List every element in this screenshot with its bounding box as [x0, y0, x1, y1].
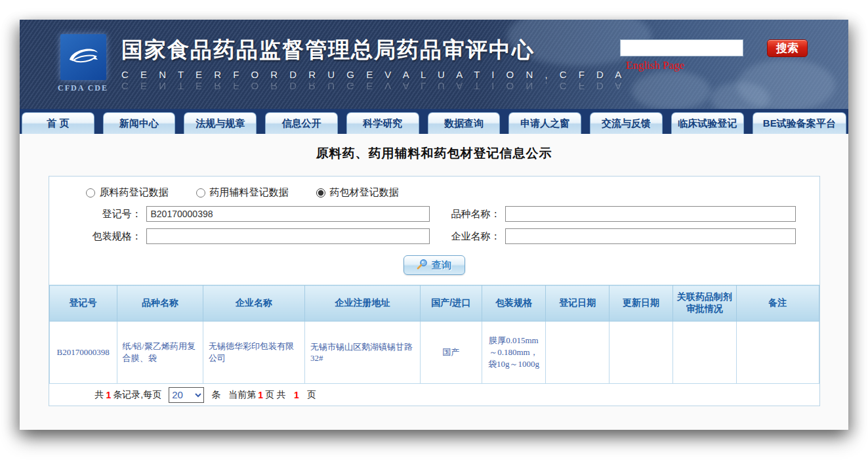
- pagination-bar: 共 1 条记录,每页 20 条 当前第 1 页 共 1 页: [49, 384, 819, 406]
- banner-decor: [737, 59, 835, 109]
- table-cell: [736, 322, 819, 384]
- pager-total-pages: 1: [294, 390, 299, 400]
- registration-no-label: 登记号：: [49, 208, 146, 220]
- table-cell: 纸/铝/聚乙烯药用复合膜、袋: [117, 322, 203, 384]
- results-table: 登记号品种名称企业名称企业注册地址国产/进口包装规格登记日期更新日期关联药品制剂…: [49, 285, 819, 384]
- site-search-button[interactable]: 搜索: [767, 39, 808, 57]
- results-body: B20170000398纸/铝/聚乙烯药用复合膜、袋无锡德华彩印包装有限公司无锡…: [49, 322, 819, 384]
- table-cell: 国产: [420, 322, 482, 384]
- nav-tab-2[interactable]: 法规与规章: [184, 112, 257, 134]
- query-button-label: 查询: [432, 259, 451, 272]
- site-title-en: C E N T E R F O R D R U G E V A L U A T …: [121, 69, 626, 80]
- results-col-header-3: 企业注册地址: [304, 285, 420, 322]
- pager-current-mid: 页 共: [265, 389, 286, 401]
- nav-tab-3[interactable]: 信息公开: [265, 112, 338, 134]
- table-cell: 无锡市锡山区鹅湖镇锡甘路32#: [304, 322, 420, 384]
- dataset-radio-2[interactable]: 药包材登记数据: [316, 186, 399, 199]
- nav-tab-7[interactable]: 交流与反馈: [590, 112, 663, 134]
- table-cell: [546, 322, 610, 384]
- pager-total-prefix: 共: [95, 389, 104, 401]
- magnifier-icon: [417, 259, 428, 272]
- pager-current-prefix: 当前第: [228, 389, 256, 401]
- results-header-row: 登记号品种名称企业名称企业注册地址国产/进口包装规格登记日期更新日期关联药品制剂…: [49, 285, 819, 322]
- nav-tab-8[interactable]: 临床试验登记: [671, 112, 744, 134]
- pager-total-records: 1: [106, 390, 112, 400]
- dataset-radio-1[interactable]: 药用辅料登记数据: [196, 186, 289, 199]
- results-col-header-2: 企业名称: [203, 285, 305, 322]
- results-col-header-1: 品种名称: [117, 285, 203, 322]
- site-banner: CFDA CDE 国家食品药品监督管理总局药品审评中心 C E N T E R …: [20, 20, 848, 109]
- dataset-radio-label-1: 药用辅料登记数据: [210, 186, 289, 199]
- browser-page: CFDA CDE 国家食品药品监督管理总局药品审评中心 C E N T E R …: [20, 20, 848, 430]
- package-spec-input[interactable]: [146, 228, 430, 244]
- nav-tabs: 首 页新闻中心法规与规章信息公开科学研究数据查询申请人之窗交流与反馈临床试验登记…: [20, 109, 848, 134]
- dataset-radio-input-1[interactable]: [196, 188, 205, 198]
- package-spec-label: 包装规格：: [49, 230, 146, 243]
- table-cell: 膜厚0.015mm～0.180mm，袋10g～1000g: [482, 322, 545, 384]
- site-brand: CFDA CDE 国家食品药品监督管理总局药品审评中心 C E N T E R …: [58, 34, 626, 93]
- search-panel: 原料药登记数据药用辅料登记数据药包材登记数据 登记号： 品种名称：: [49, 176, 820, 406]
- pager-per-page-unit: 条: [211, 389, 220, 401]
- cfda-cde-logo: [60, 34, 106, 80]
- nav-tab-5[interactable]: 数据查询: [428, 112, 501, 134]
- dataset-radio-group: 原料药登记数据药用辅料登记数据药包材登记数据: [86, 186, 819, 199]
- table-row: B20170000398纸/铝/聚乙烯药用复合膜、袋无锡德华彩印包装有限公司无锡…: [49, 322, 819, 384]
- results-col-header-9: 备注: [736, 285, 819, 322]
- results-col-header-6: 登记日期: [546, 285, 610, 322]
- dataset-radio-0[interactable]: 原料药登记数据: [86, 186, 169, 199]
- results-col-header-7: 更新日期: [610, 285, 672, 322]
- dataset-radio-input-2[interactable]: [316, 188, 325, 198]
- site-title-en-reflection: C E N T E R F O R D R U G E V A L U A T …: [121, 81, 626, 92]
- results-col-header-4: 国产/进口: [420, 285, 482, 322]
- screenshot-stage: CFDA CDE 国家食品药品监督管理总局药品审评中心 C E N T E R …: [0, 0, 868, 460]
- pager-total-suffix: 条记录,每页: [113, 389, 161, 401]
- registration-no-input[interactable]: [146, 206, 430, 222]
- dataset-radio-input-0[interactable]: [86, 188, 95, 198]
- variety-name-input[interactable]: [505, 206, 796, 222]
- table-cell: B20170000398: [49, 322, 117, 384]
- page-size-select[interactable]: 20: [169, 387, 204, 403]
- results-col-header-0: 登记号: [49, 285, 117, 322]
- table-cell: 无锡德华彩印包装有限公司: [203, 322, 305, 384]
- table-cell: [672, 322, 736, 384]
- site-search-input[interactable]: [620, 39, 743, 56]
- query-button[interactable]: 查询: [403, 255, 465, 275]
- banner-decor: [632, 71, 711, 109]
- english-page-link[interactable]: English Page: [626, 59, 684, 72]
- table-cell: [610, 322, 672, 384]
- filter-form: 登记号： 品种名称： 包装规格：: [49, 206, 819, 244]
- nav-tab-0[interactable]: 首 页: [22, 112, 94, 134]
- main-content: 原料药、药用辅料和药包材登记信息公示 原料药登记数据药用辅料登记数据药包材登记数…: [20, 134, 848, 430]
- site-title-cn: 国家食品药品监督管理总局药品审评中心: [121, 35, 626, 65]
- nav-tab-4[interactable]: 科学研究: [346, 112, 419, 134]
- pager-pages-unit: 页: [307, 389, 316, 401]
- company-name-input[interactable]: [505, 228, 796, 244]
- dataset-radio-label-0: 原料药登记数据: [100, 186, 169, 199]
- banner-search-area: 搜索: [620, 39, 808, 57]
- nav-tab-1[interactable]: 新闻中心: [103, 112, 176, 134]
- nav-tab-6[interactable]: 申请人之窗: [508, 112, 581, 134]
- fish-swoosh-icon: [66, 43, 101, 72]
- logo-abbr: CFDA CDE: [58, 83, 108, 93]
- results-col-header-5: 包装规格: [482, 285, 545, 322]
- nav-tab-9[interactable]: BE试验备案平台: [753, 112, 846, 134]
- variety-name-label: 品种名称：: [436, 208, 505, 220]
- company-name-label: 企业名称：: [436, 230, 505, 243]
- page-title: 原料药、药用辅料和药包材登记信息公示: [20, 134, 848, 162]
- pager-current-page: 1: [258, 390, 263, 400]
- dataset-radio-label-2: 药包材登记数据: [330, 186, 399, 199]
- results-col-header-8: 关联药品制剂审批情况: [672, 285, 736, 322]
